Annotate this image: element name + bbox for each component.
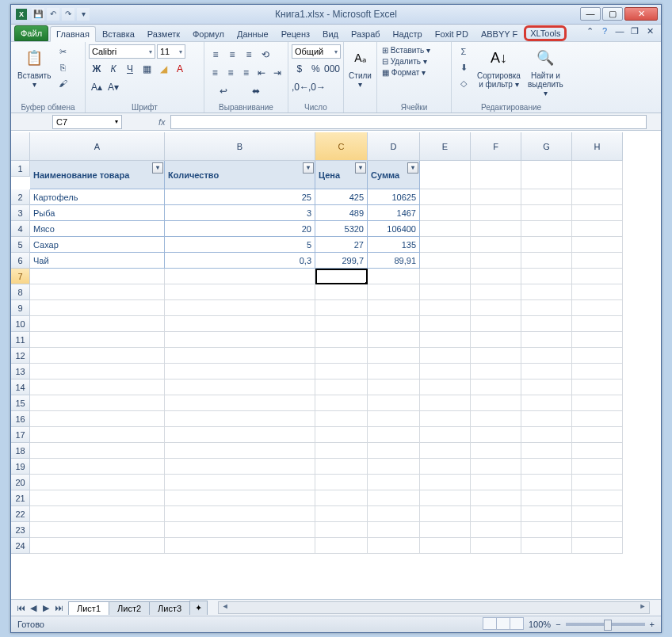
tab-abbyy[interactable]: ABBYY F <box>475 26 524 41</box>
cell-A2[interactable]: Картофель <box>30 189 165 205</box>
cell-B8[interactable] <box>165 284 315 300</box>
align-top-icon[interactable]: ≡ <box>208 47 223 63</box>
col-header-D[interactable]: D <box>368 132 420 161</box>
cell-F21[interactable] <box>471 490 521 506</box>
page-break-icon[interactable] <box>510 617 524 630</box>
cell-H9[interactable] <box>572 300 623 316</box>
col-header-C[interactable]: C <box>315 132 368 161</box>
tab-developer[interactable]: Разраб <box>345 26 387 41</box>
cell-G18[interactable] <box>521 443 572 459</box>
cell-D5[interactable]: 135 <box>368 237 420 253</box>
cell-G6[interactable] <box>521 253 572 269</box>
cell-A17[interactable] <box>30 427 165 443</box>
row-header-5[interactable]: 5 <box>11 237 30 253</box>
col-header-B[interactable]: B <box>165 132 315 161</box>
cell-C5[interactable]: 27 <box>315 237 368 253</box>
row-header-18[interactable]: 18 <box>11 443 30 459</box>
cell-D24[interactable] <box>368 538 420 554</box>
tab-view[interactable]: Вид <box>316 26 345 41</box>
cell-G8[interactable] <box>521 284 572 300</box>
cell-G11[interactable] <box>521 332 572 348</box>
cell-D14[interactable] <box>368 380 420 395</box>
cell-G10[interactable] <box>521 316 572 332</box>
cell-G14[interactable] <box>521 380 572 395</box>
cell-E16[interactable] <box>420 411 471 427</box>
cell-E17[interactable] <box>420 427 471 443</box>
cell-D4[interactable]: 106400 <box>368 221 420 237</box>
cell-E7[interactable] <box>420 269 471 284</box>
cell-H11[interactable] <box>572 332 623 348</box>
cell-H7[interactable] <box>572 269 623 284</box>
tab-data[interactable]: Данные <box>231 26 275 41</box>
row-header-20[interactable]: 20 <box>11 475 30 490</box>
cell-A8[interactable] <box>30 284 165 300</box>
qat-more-icon[interactable]: ▾ <box>77 8 90 21</box>
cell-H1[interactable] <box>572 161 623 189</box>
find-select-button[interactable]: 🔍 Найти ивыделить ▾ <box>524 44 567 99</box>
cell-G20[interactable] <box>521 475 572 490</box>
cell-F19[interactable] <box>471 459 521 475</box>
row-header-6[interactable]: 6 <box>11 253 30 269</box>
cell-C19[interactable] <box>315 459 368 475</box>
cell-C22[interactable] <box>315 506 368 522</box>
tab-foxit[interactable]: Foxit PD <box>429 26 475 41</box>
maximize-button[interactable]: ▢ <box>602 7 623 21</box>
cell-C1[interactable]: Цена▾ <box>315 161 368 189</box>
cell-D7[interactable] <box>368 269 420 284</box>
cell-D12[interactable] <box>368 348 420 364</box>
qat-undo-icon[interactable]: ↶ <box>47 8 59 21</box>
font-size-combo[interactable]: 11▾ <box>157 44 185 59</box>
cell-F15[interactable] <box>471 395 521 411</box>
cell-E8[interactable] <box>420 284 471 300</box>
page-layout-icon[interactable] <box>496 617 510 630</box>
bold-button[interactable]: Ж <box>89 61 105 77</box>
cell-A9[interactable] <box>30 300 165 316</box>
cell-E5[interactable] <box>420 237 471 253</box>
cell-H18[interactable] <box>572 443 623 459</box>
cell-E10[interactable] <box>420 316 471 332</box>
cell-A6[interactable]: Чай <box>30 253 165 269</box>
formula-input[interactable] <box>170 115 647 129</box>
cell-E6[interactable] <box>420 253 471 269</box>
cell-H12[interactable] <box>572 348 623 364</box>
cell-D10[interactable] <box>368 316 420 332</box>
cell-A22[interactable] <box>30 506 165 522</box>
autosum-icon[interactable]: Σ <box>456 44 471 59</box>
cell-F9[interactable] <box>471 300 521 316</box>
cell-E3[interactable] <box>420 205 471 221</box>
cell-E12[interactable] <box>420 348 471 364</box>
cell-C17[interactable] <box>315 427 368 443</box>
horizontal-scrollbar[interactable] <box>218 601 650 614</box>
currency-icon[interactable]: $ <box>292 61 307 77</box>
merge-icon[interactable]: ⬌ <box>240 83 272 99</box>
cell-G3[interactable] <box>521 205 572 221</box>
cell-E13[interactable] <box>420 364 471 380</box>
row-header-16[interactable]: 16 <box>11 411 30 427</box>
cell-H10[interactable] <box>572 316 623 332</box>
qat-save-icon[interactable]: 💾 <box>32 8 44 21</box>
filter-dropdown-icon[interactable]: ▾ <box>152 162 163 174</box>
cell-G17[interactable] <box>521 427 572 443</box>
tab-addins[interactable]: Надстр <box>387 26 429 41</box>
cell-H8[interactable] <box>572 284 623 300</box>
row-header-19[interactable]: 19 <box>11 459 30 475</box>
cell-G15[interactable] <box>521 395 572 411</box>
sheet-tab-1[interactable]: Лист1 <box>68 601 109 615</box>
normal-view-icon[interactable] <box>483 617 497 630</box>
cell-D17[interactable] <box>368 427 420 443</box>
cell-A15[interactable] <box>30 395 165 411</box>
row-header-24[interactable]: 24 <box>11 538 30 554</box>
zoom-slider[interactable] <box>566 623 645 626</box>
new-sheet-icon[interactable]: ✦ <box>189 601 208 615</box>
cell-H17[interactable] <box>572 427 623 443</box>
cell-A23[interactable] <box>30 522 165 538</box>
cut-icon[interactable]: ✂ <box>55 44 70 59</box>
clear-icon[interactable]: ◇ <box>456 76 471 90</box>
col-header-F[interactable]: F <box>471 132 521 161</box>
font-color-button[interactable]: A <box>172 61 188 77</box>
cell-C3[interactable]: 489 <box>315 205 368 221</box>
cell-H16[interactable] <box>572 411 623 427</box>
cell-H24[interactable] <box>572 538 623 554</box>
cell-B5[interactable]: 5 <box>165 237 315 253</box>
cell-E18[interactable] <box>420 443 471 459</box>
